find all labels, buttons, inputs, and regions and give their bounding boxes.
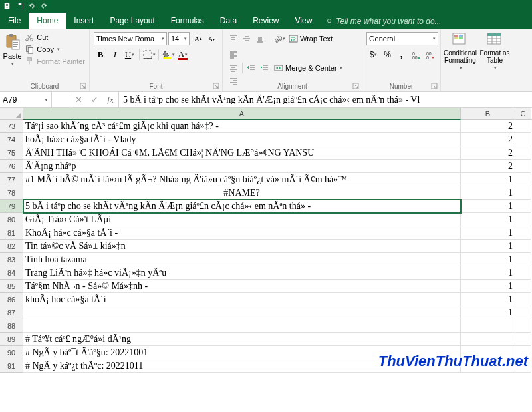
name-box[interactable]: A79▼	[0, 92, 52, 107]
align-bottom-button[interactable]	[253, 32, 267, 45]
col-header-B[interactable]: B	[461, 108, 515, 119]
cell[interactable]	[515, 293, 531, 306]
tab-home[interactable]: Home	[29, 13, 66, 29]
wrap-text-button[interactable]: Wrap Text	[289, 32, 332, 45]
cell[interactable]: #NAME?	[23, 186, 461, 200]
cell[interactable]: KhoÃ¡ há»c cá»§a tÃ´i -	[23, 226, 461, 240]
tab-insert[interactable]: Insert	[66, 13, 102, 29]
cell[interactable]: Táº¡i sao khÃ´ng cÃ³ cáº£m giÃ¡c khi qua…	[23, 120, 461, 133]
increase-font-button[interactable]: A▴	[192, 32, 204, 45]
cell[interactable]	[515, 266, 531, 280]
tab-file[interactable]: File	[0, 13, 29, 29]
font-size-select[interactable]: 14▾	[168, 32, 190, 45]
row-header[interactable]: 73	[0, 120, 23, 133]
font-color-button[interactable]: A▾	[176, 48, 190, 61]
italic-button[interactable]: I	[108, 48, 122, 61]
row-header[interactable]: 77	[0, 173, 23, 186]
cell[interactable]: GiÃ¡ Trá»‹ Cá»'t LÃµi	[23, 213, 461, 226]
cell[interactable]: Trang LiÃªn há»‡ há»c viÃ¡»‡n yÃªu	[23, 266, 461, 280]
merge-center-button[interactable]: Merge & Center▾	[274, 63, 342, 73]
dialog-launcher-icon[interactable]	[80, 83, 86, 89]
cell[interactable]: 1	[461, 266, 515, 280]
cell[interactable]: 1	[461, 213, 515, 226]
row-header[interactable]: 84	[0, 266, 23, 280]
cell[interactable]	[23, 319, 461, 333]
row-header[interactable]: 78	[0, 186, 23, 200]
accounting-format-button[interactable]: $▾	[366, 48, 380, 61]
comma-format-button[interactable]: ,	[394, 48, 408, 61]
row-header[interactable]: 83	[0, 253, 23, 266]
col-header-A[interactable]: A	[23, 108, 461, 120]
cell[interactable]: hoÃ¡ há»c cá»§a tÃ´i - Vlady	[23, 133, 461, 146]
increase-indent-button[interactable]	[258, 61, 271, 75]
cell[interactable]: khoÃ¡ hoc cá»§a tÃ´i	[23, 293, 461, 306]
row-header[interactable]: 76	[0, 160, 23, 173]
undo-icon[interactable]	[28, 2, 36, 10]
cell[interactable]	[515, 213, 531, 226]
cell[interactable]: 5 bÃ i táº­p cho se khÃ­t vÃ¹ng kÃ­n Ä'Æ…	[23, 200, 461, 213]
decrease-decimal-button[interactable]: .00.0	[422, 48, 436, 61]
fill-color-button[interactable]: ▾	[162, 48, 175, 61]
orientation-button[interactable]: ab▾	[271, 32, 286, 45]
cancel-formula-button[interactable]: ✕	[70, 95, 86, 104]
cell[interactable]: 1	[461, 173, 515, 186]
tab-page-layout[interactable]: Page Layout	[102, 13, 162, 29]
align-top-button[interactable]	[227, 32, 240, 45]
cell[interactable]	[515, 253, 531, 266]
redo-icon[interactable]	[40, 2, 48, 10]
border-button[interactable]: ▾	[142, 48, 156, 61]
cell[interactable]: 1	[461, 240, 515, 253]
row-header[interactable]: 88	[0, 319, 23, 333]
cell[interactable]	[515, 306, 531, 319]
tell-me-search[interactable]: Tell me what you want to do...	[320, 13, 446, 29]
cell[interactable]: 2	[461, 120, 515, 133]
row-header[interactable]: 91	[0, 359, 23, 373]
font-name-select[interactable]: Times New Roma▾	[94, 32, 167, 45]
cell[interactable]: 1	[461, 280, 515, 293]
row-header[interactable]: 87	[0, 306, 23, 319]
cell[interactable]: Ä'Ã¡ng nháº­p	[23, 160, 461, 173]
cell[interactable]	[515, 240, 531, 253]
cell[interactable]: Tin tá»©c vÃ Sá»± kiá»‡n	[23, 240, 461, 253]
cell[interactable]	[515, 173, 531, 186]
save-icon[interactable]	[16, 2, 24, 10]
tab-data[interactable]: Data	[212, 13, 245, 29]
cell[interactable]	[461, 319, 515, 333]
underline-button[interactable]: U▾	[123, 48, 136, 61]
select-all-corner[interactable]	[0, 108, 23, 119]
cell[interactable]: 1	[461, 226, 515, 240]
cell[interactable]: # Táº¥t cáº£ ngÆ°á»i dÃ¹ng	[23, 333, 461, 346]
cell[interactable]: Ä'ÃNH THá»¨C KHOÁI Cáº¢M, LÃ€M CHá»¦ NÄ'…	[23, 146, 461, 160]
row-header[interactable]: 81	[0, 226, 23, 240]
row-header[interactable]: 86	[0, 293, 23, 306]
align-center-button[interactable]	[227, 61, 240, 75]
cell[interactable]: 1	[461, 200, 515, 213]
cell[interactable]	[515, 333, 531, 346]
col-header-C[interactable]: C	[515, 108, 531, 119]
cell[interactable]	[515, 160, 531, 173]
cut-button[interactable]: Cut	[23, 32, 86, 43]
formula-input[interactable]: 5 bÃ i táº­p cho se khÃ­t vÃ¹ng kÃ­n Ä'Æ…	[119, 92, 532, 107]
paste-button[interactable]: Paste ▾	[3, 31, 22, 79]
dialog-launcher-icon[interactable]	[213, 83, 219, 89]
cell[interactable]	[515, 133, 531, 146]
cell[interactable]: 2	[461, 133, 515, 146]
cell[interactable]	[515, 186, 531, 200]
cell[interactable]: 1	[461, 253, 515, 266]
cell[interactable]: 2	[461, 160, 515, 173]
cell[interactable]	[461, 333, 515, 346]
cell[interactable]	[515, 280, 531, 293]
cell[interactable]	[515, 226, 531, 240]
percent-format-button[interactable]: %	[380, 48, 394, 61]
row-header[interactable]: 74	[0, 133, 23, 146]
decrease-font-button[interactable]: A▾	[205, 32, 217, 45]
cell[interactable]: Tinh hoa tazama	[23, 253, 461, 266]
cell[interactable]: 2	[461, 146, 515, 160]
row-header[interactable]: 85	[0, 280, 23, 293]
cell[interactable]: 1	[461, 186, 515, 200]
dialog-launcher-icon[interactable]	[352, 83, 359, 89]
row-header[interactable]: 75	[0, 146, 23, 160]
row-header[interactable]: 80	[0, 213, 23, 226]
align-left-button[interactable]	[227, 48, 240, 61]
dialog-launcher-icon[interactable]	[431, 83, 438, 89]
